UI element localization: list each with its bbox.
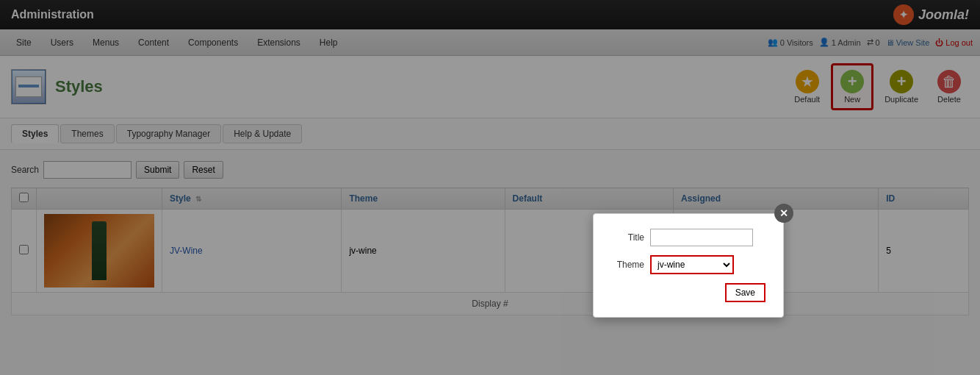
title-input[interactable] — [650, 229, 753, 246]
theme-select-wrapper: jv-wine — [650, 255, 734, 274]
theme-select[interactable]: jv-wine — [652, 257, 732, 273]
theme-label: Theme — [611, 260, 644, 270]
modal-close-button[interactable]: ✕ — [774, 204, 793, 223]
title-label: Title — [611, 232, 644, 243]
modal-overlay: ✕ Title Theme jv-wine Save — [0, 0, 980, 326]
modal-title-row: Title — [611, 229, 765, 246]
modal-footer: Save — [611, 283, 765, 302]
modal-theme-row: Theme jv-wine — [611, 255, 765, 274]
modal-dialog: ✕ Title Theme jv-wine Save — [593, 213, 784, 318]
save-button[interactable]: Save — [725, 283, 765, 302]
